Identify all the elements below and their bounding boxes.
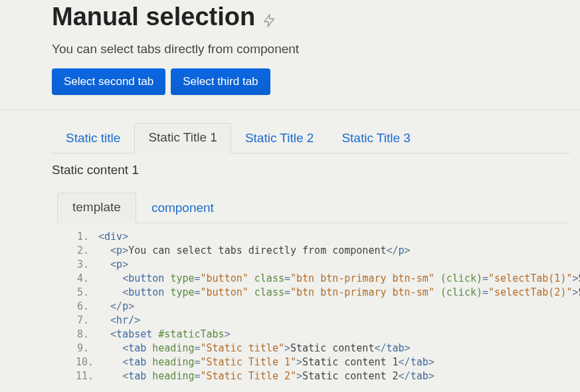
- code-text: <button type="button" class="btn btn-pri…: [98, 272, 580, 286]
- separator: [0, 110, 580, 110]
- code-line: 5. <button type="button" class="btn btn-…: [76, 286, 580, 300]
- line-number: 2.: [76, 244, 98, 258]
- code-text: <p>You can select tabs directly from com…: [98, 244, 411, 258]
- code-tab-template[interactable]: template: [57, 193, 136, 223]
- select-second-tab-button[interactable]: Select second tab: [52, 68, 165, 95]
- code-line: 11. <tab heading="Static Title 2">Static…: [76, 369, 580, 383]
- code-text: <tab heading="Static Title 2">Static con…: [98, 369, 435, 383]
- page-subtitle: You can select tabs directly from compon…: [52, 42, 580, 56]
- tab-static-title-1[interactable]: Static Title 1: [134, 123, 231, 153]
- line-number: 9.: [76, 342, 98, 355]
- code-text: <tabset #staticTabs>: [98, 328, 231, 342]
- tab-static-title[interactable]: Static title: [52, 124, 134, 153]
- code-text: </p>: [98, 300, 134, 314]
- code-tab-component[interactable]: component: [136, 193, 229, 223]
- code-line: 9. <tab heading="Static title">Static co…: [76, 342, 580, 355]
- line-number: 3.: [76, 258, 98, 272]
- line-number: 4.: [76, 272, 98, 286]
- code-line: 3. <p>: [76, 258, 580, 272]
- code-line: 1.<div>: [76, 230, 580, 244]
- code-line: 4. <button type="button" class="btn btn-…: [76, 272, 580, 286]
- code-line: 7. <hr/>: [76, 314, 580, 328]
- line-number: 6.: [76, 300, 98, 314]
- code-text: <hr/>: [98, 314, 140, 328]
- line-number: 7.: [76, 314, 98, 328]
- page-title: Manual selection: [52, 3, 255, 31]
- line-number: 11.: [76, 369, 98, 383]
- tab-content: Static content 1: [52, 153, 580, 192]
- code-line: 2. <p>You can select tabs directly from …: [76, 244, 580, 258]
- code-line: 6. </p>: [76, 300, 580, 314]
- lightning-icon: [262, 11, 276, 30]
- code-line: 10. <tab heading="Static Title 1">Static…: [76, 355, 580, 369]
- code-text: <p>: [98, 258, 128, 272]
- line-number: 8.: [76, 328, 98, 342]
- line-number: 5.: [76, 286, 98, 300]
- code-text: <button type="button" class="btn btn-pri…: [98, 286, 580, 300]
- code-block: 1.<div>2. <p>You can select tabs directl…: [52, 223, 580, 383]
- code-text: <div>: [98, 230, 128, 244]
- code-line: 8. <tabset #staticTabs>: [76, 328, 580, 342]
- code-text: <tab heading="Static title">Static conte…: [98, 342, 411, 355]
- example-tabset: Static title Static Title 1 Static Title…: [52, 122, 570, 153]
- button-row: Select second tab Select third tab: [52, 68, 580, 95]
- line-number: 1.: [76, 230, 98, 244]
- line-number: 10.: [76, 355, 98, 369]
- select-third-tab-button[interactable]: Select third tab: [171, 68, 270, 95]
- tab-static-title-3[interactable]: Static Title 3: [328, 124, 425, 153]
- tab-static-title-2[interactable]: Static Title 2: [231, 124, 328, 153]
- code-tabset: template component: [57, 192, 569, 223]
- code-text: <tab heading="Static Title 1">Static con…: [98, 355, 435, 369]
